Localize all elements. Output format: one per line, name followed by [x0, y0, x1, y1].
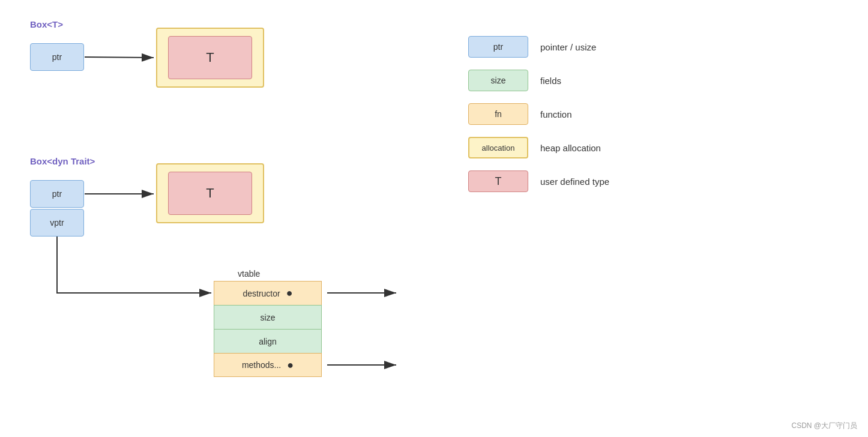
box-t-heap-outer: T: [156, 28, 264, 88]
legend-item-fields: size fields: [468, 70, 609, 91]
legend-box-ptr: ptr: [468, 36, 528, 58]
legend: ptr pointer / usize size fields fn funct…: [468, 36, 609, 192]
legend-label-ptr: pointer / usize: [540, 42, 596, 52]
arrows-overlay: [0, 0, 868, 437]
legend-item-allocation: allocation heap allocation: [468, 137, 609, 158]
legend-label-fn: function: [540, 109, 572, 119]
legend-box-allocation: allocation: [468, 137, 528, 158]
vtable-size: size: [214, 305, 322, 329]
legend-item-fn: fn function: [468, 103, 609, 125]
vtable-destructor: destructor ●: [214, 281, 322, 305]
arrow-boxdyn-vptr: [57, 237, 211, 293]
box-dyn-T: T: [168, 172, 252, 215]
vtable-methods: methods... ●: [214, 353, 322, 377]
legend-box-T: T: [468, 170, 528, 192]
arrow-boxt-ptr: [85, 57, 154, 58]
diagram-container: Box<T> ptr T Box<dyn Trait> ptr vptr T v…: [0, 0, 868, 437]
box-dyn-title: Box<dyn Trait>: [30, 156, 95, 166]
box-t-ptr: ptr: [30, 43, 84, 71]
legend-item-T: T user defined type: [468, 170, 609, 192]
legend-item-ptr: ptr pointer / usize: [468, 36, 609, 58]
box-dyn-vptr: vptr: [30, 209, 84, 237]
box-t-T: T: [168, 36, 252, 79]
box-t-title: Box<T>: [30, 19, 63, 29]
legend-box-fields: size: [468, 70, 528, 91]
legend-label-fields: fields: [540, 76, 561, 86]
box-dyn-ptr: ptr: [30, 180, 84, 208]
watermark: CSDN @大厂守门员: [791, 421, 857, 431]
legend-label-T: user defined type: [540, 176, 609, 187]
vtable-label: vtable: [238, 269, 260, 279]
box-dyn-heap-outer: T: [156, 163, 264, 223]
legend-label-allocation: heap allocation: [540, 143, 601, 153]
legend-box-fn: fn: [468, 103, 528, 125]
vtable-align: align: [214, 329, 322, 353]
